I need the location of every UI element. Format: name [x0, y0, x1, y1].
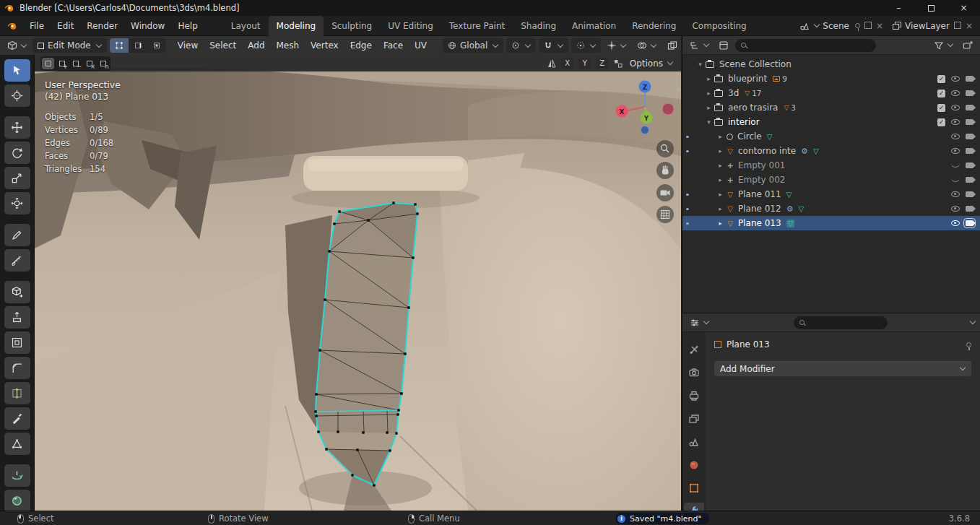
select-extend-button[interactable]: + [56, 58, 68, 69]
tool-poly-build-button[interactable] [4, 433, 30, 455]
menu-window[interactable]: Window [124, 21, 171, 31]
gizmo-x-neg-axis[interactable] [662, 103, 674, 115]
camera-view-button[interactable] [656, 184, 674, 201]
tool-bevel-button[interactable] [4, 357, 30, 379]
mirror-z-toggle[interactable]: Z [596, 58, 609, 69]
pin-icon[interactable] [966, 342, 971, 347]
minimize-button[interactable]: – [883, 0, 915, 16]
editor-type-button[interactable] [687, 38, 712, 53]
hide-in-viewport-icon[interactable] [951, 206, 960, 212]
display-mode-button[interactable] [716, 38, 732, 53]
disclosure-icon[interactable]: ▾ [704, 118, 714, 126]
disclosure-icon[interactable]: ▸ [716, 147, 725, 155]
tool-spin-button[interactable] [4, 464, 30, 487]
outliner-row-circle[interactable]: ▸ Circle ▽ [682, 129, 980, 144]
options-dropdown[interactable]: Options [628, 58, 675, 69]
close-button[interactable]: × [948, 0, 980, 16]
vertex-select-button[interactable] [110, 38, 129, 53]
disable-in-render-icon[interactable] [966, 206, 974, 212]
tab-modeling[interactable]: Modeling [269, 16, 324, 36]
blender-menu-button[interactable] [7, 21, 17, 31]
tool-smooth-button[interactable] [4, 490, 30, 511]
tab-view-layer[interactable] [684, 410, 704, 427]
outliner-row-interior[interactable]: ▾ interior ✓ [682, 115, 980, 129]
tool-transform-button[interactable] [4, 192, 30, 214]
tab-layout[interactable]: Layout [223, 16, 269, 36]
disable-in-render-icon[interactable] [966, 76, 974, 82]
menu-help[interactable]: Help [171, 21, 204, 31]
pan-button[interactable] [656, 162, 674, 179]
hide-in-viewport-icon[interactable] [951, 119, 960, 125]
disclosure-icon[interactable]: ▾ [695, 61, 705, 68]
disclosure-icon[interactable]: ▸ [716, 162, 725, 169]
outliner-row-3d[interactable]: ▸ 3d ▽ 17 ✓ [682, 86, 980, 100]
pivot-point-button[interactable] [506, 38, 536, 53]
menu-select[interactable]: Select [204, 40, 242, 51]
tool-add-cube-button[interactable] [4, 281, 30, 303]
mirror-y-toggle[interactable]: Y [578, 58, 591, 69]
tab-scene[interactable] [684, 433, 704, 450]
new-scene-icon[interactable] [866, 23, 872, 29]
hide-in-viewport-icon[interactable] [951, 220, 960, 226]
menu-edit[interactable]: Edit [51, 21, 80, 31]
tool-tweak-button[interactable] [4, 59, 30, 82]
menu-face[interactable]: Face [378, 40, 409, 51]
disable-in-render-icon[interactable] [966, 90, 974, 96]
outliner-row-scene-collection[interactable]: ▾ Scene Collection [682, 57, 980, 71]
disclosure-icon[interactable]: ▸ [704, 75, 714, 82]
outliner-row-empty-002[interactable]: ▸ + Empty 002 [682, 173, 980, 187]
tab-texture-paint[interactable]: Texture Paint [441, 16, 513, 36]
disable-in-render-icon[interactable] [966, 177, 974, 183]
hide-in-viewport-icon[interactable] [951, 76, 960, 82]
disclosure-icon[interactable]: ▸ [716, 205, 725, 212]
tool-rotate-button[interactable] [4, 142, 30, 164]
hide-in-viewport-icon[interactable] [951, 148, 960, 154]
maximize-button[interactable] [915, 0, 948, 16]
overlays-button[interactable] [634, 38, 659, 53]
menu-add[interactable]: Add [242, 40, 270, 51]
exclude-checkbox[interactable]: ✓ [937, 104, 945, 112]
transform-orientation-selector[interactable]: Global [443, 38, 503, 53]
filter-button[interactable] [931, 38, 956, 53]
new-viewlayer-icon[interactable] [955, 23, 961, 29]
outliner-row-aero-trasira[interactable]: ▸ aero trasira ▽ 3 ✓ [682, 100, 980, 115]
exclude-checkbox[interactable]: ✓ [937, 90, 945, 97]
sidebar-toggle-icon[interactable]: ‹ [677, 84, 680, 95]
select-subtract-button[interactable]: − [69, 58, 82, 69]
menu-render[interactable]: Render [80, 21, 124, 31]
hide-in-viewport-icon[interactable] [951, 105, 960, 110]
outliner-row-plane-013-selected[interactable]: ▸ ▽ Plane 013 ▽ [682, 216, 980, 230]
tool-inset-button[interactable] [4, 331, 30, 354]
hide-in-viewport-icon[interactable] [951, 191, 960, 197]
hidden-in-viewport-icon[interactable] [951, 163, 960, 168]
outliner-row-empty-001[interactable]: ▸ + Empty 001 [682, 158, 980, 173]
tool-annotate-button[interactable] [4, 224, 30, 246]
grid-view-button[interactable] [656, 206, 674, 223]
proportional-editing-button[interactable] [571, 38, 601, 53]
tool-knife-button[interactable] [4, 407, 30, 430]
edge-select-button[interactable] [129, 38, 147, 53]
tab-shading[interactable]: Shading [513, 16, 564, 36]
tab-compositing[interactable]: Compositing [684, 16, 754, 36]
properties-search-input[interactable] [794, 316, 888, 329]
hidden-in-viewport-icon[interactable] [951, 178, 960, 182]
editor-type-button[interactable] [687, 316, 712, 330]
select-set-button[interactable] [42, 58, 54, 69]
zoom-button[interactable] [656, 140, 674, 157]
remove-viewlayer-icon[interactable]: × [966, 21, 973, 31]
tool-extrude-button[interactable] [4, 306, 30, 329]
exclude-checkbox[interactable]: ✓ [937, 75, 945, 83]
outliner-search-input[interactable] [735, 39, 876, 52]
disable-in-render-icon[interactable] [966, 220, 974, 226]
tab-tool[interactable] [684, 341, 704, 357]
tool-measure-button[interactable] [4, 249, 30, 272]
tab-rendering[interactable]: Rendering [624, 16, 684, 36]
outliner-row-plane-011[interactable]: ▸ ▽ Plane 011 ▽ [682, 187, 980, 201]
tab-uv-editing[interactable]: UV Editing [380, 16, 441, 36]
select-invert-button[interactable]: × [83, 58, 95, 69]
snap-button[interactable] [539, 38, 568, 53]
gizmo-z-neg-axis[interactable] [641, 126, 649, 134]
select-intersect-button[interactable]: ∩ [97, 58, 109, 69]
delete-scene-icon[interactable]: × [876, 21, 883, 31]
tool-scale-button[interactable] [4, 167, 30, 189]
